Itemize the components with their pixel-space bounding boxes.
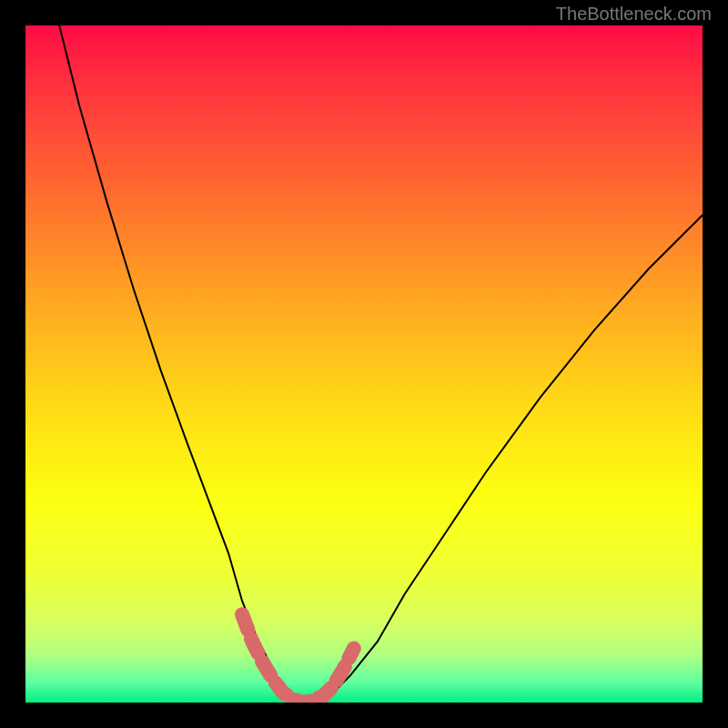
highlight-dots xyxy=(242,614,354,703)
watermark-text: TheBottleneck.com xyxy=(556,4,712,25)
plot-area xyxy=(25,25,703,703)
chart-svg xyxy=(25,25,703,703)
bottleneck-curve-path xyxy=(59,25,703,703)
highlight-segment-path xyxy=(242,614,354,703)
